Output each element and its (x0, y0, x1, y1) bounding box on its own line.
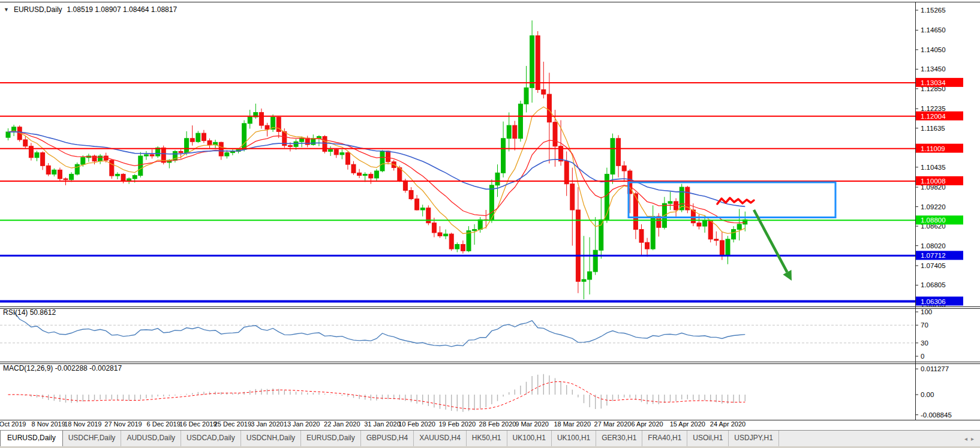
chart-tab-gbpusd-h4[interactable]: GBPUSD,H4 (361, 431, 414, 447)
candle-body (473, 230, 477, 231)
chart-header: ▼ EURUSD,Daily 1.08519 1.08907 1.08464 1… (4, 5, 177, 14)
candle-body (294, 142, 298, 146)
candle-body (461, 244, 465, 251)
chart-tab-fra40-h1[interactable]: FRA40,H1 (642, 431, 687, 447)
candle-body (547, 94, 551, 122)
date-label: 24 Apr 2020 (710, 420, 745, 428)
price-badge-label: 1.11009 (921, 145, 945, 152)
candle-body (582, 279, 586, 281)
chart-tab-hk50-h1[interactable]: HK50,H1 (467, 431, 507, 447)
chart-tab-uk100-h1[interactable]: UK100,H1 (507, 431, 552, 447)
chart-tab-xauusd-h4[interactable]: XAUUSD,H4 (414, 431, 467, 447)
candle-body (697, 223, 701, 226)
candle-body (415, 199, 419, 210)
candle-body (345, 153, 350, 165)
chart-tab-ger30-h1[interactable]: GER30,H1 (596, 431, 642, 447)
price-badge-label: 1.12004 (921, 113, 946, 120)
tab-scroll-left-icon[interactable]: ◂ (964, 435, 967, 442)
candle-body (611, 139, 615, 175)
macd-indicator-label: MACD(12,26,9) -0.002288 -0.002817 (3, 364, 122, 372)
collapse-triangle-icon[interactable]: ▼ (4, 7, 9, 13)
candle-body (478, 220, 482, 229)
candle-body (536, 36, 540, 90)
candle-body (29, 146, 33, 158)
price-tick-label: 1.14050 (921, 46, 946, 53)
candle-body (593, 250, 597, 272)
date-label: 8 Nov 2019 (32, 420, 65, 428)
date-label: 27 Mar 2020 (594, 420, 632, 428)
price-tick-label: 1.13450 (921, 65, 946, 73)
chart-tab-eurusd-daily[interactable]: EURUSD,Daily (301, 431, 361, 447)
candle-body (208, 141, 212, 145)
candle-body (455, 244, 459, 249)
candle-body (542, 90, 546, 95)
rsi-tick-label: 70 (921, 321, 928, 329)
chart-tab-uk100-h1[interactable]: UK100,H1 (552, 431, 596, 447)
candle-body (420, 208, 425, 210)
candle-body (553, 122, 557, 146)
candle-body (444, 234, 448, 236)
price-tick-label: 1.07405 (921, 262, 946, 269)
rsi-tick-label: 0 (921, 353, 924, 360)
price-badge-label: 1.06306 (921, 298, 946, 305)
chart-tab-usdchf-daily[interactable]: USDCHF,Daily (63, 431, 122, 447)
down-arrow-shaft[interactable] (754, 210, 787, 272)
price-tick-label: 1.11635 (921, 125, 945, 132)
price-tick-label: 1.10435 (921, 164, 946, 171)
date-axis: 30 Oct 20198 Nov 201918 Nov 201927 Nov 2… (0, 420, 980, 429)
candle-body (507, 125, 511, 139)
date-label: 18 Mar 2020 (554, 420, 591, 428)
candle-body (720, 240, 724, 255)
rsi-line (14, 312, 745, 347)
chart-tab-usdcnh-daily[interactable]: USDCNH,Daily (241, 431, 301, 447)
candle-body (6, 132, 10, 137)
price-badge-label: 1.08800 (921, 217, 946, 224)
candle-body (288, 146, 292, 147)
tab-scroll-right-icon[interactable]: ▸ (971, 435, 974, 442)
chart-tab-usoil-h1[interactable]: USOil,H1 (687, 431, 729, 447)
price-chart-canvas[interactable]: 1.152651.146501.140501.134501.128501.122… (0, 0, 980, 448)
candle-body (41, 153, 45, 166)
candle-body (570, 184, 575, 210)
candle-body (588, 272, 592, 279)
chart-tab-usdjpy-h1[interactable]: USDJPY,H1 (729, 431, 778, 447)
candle-body (524, 88, 528, 104)
candle-body (70, 174, 74, 179)
candle-body (52, 170, 56, 174)
candle-body (351, 164, 356, 173)
candle-body (645, 242, 650, 249)
candle-body (374, 171, 378, 178)
candle-body (340, 153, 344, 155)
candle-body (219, 142, 223, 156)
date-label: 27 Nov 2019 (104, 420, 142, 428)
candle-body (449, 234, 453, 249)
date-label: 30 Oct 2019 (0, 420, 26, 428)
candle-body (58, 170, 62, 179)
candle-body (64, 179, 68, 180)
macd-tick-label: 0.00 (921, 391, 934, 398)
candle-body (386, 151, 390, 162)
candle-body (150, 155, 154, 156)
price-tick-label: 1.09220 (921, 203, 946, 211)
price-tick-label: 1.06805 (921, 281, 946, 288)
date-label: 28 Feb 2020 (479, 420, 516, 428)
candle-body (501, 139, 506, 173)
candle-body (703, 221, 707, 226)
chart-tab-eurusd-daily[interactable]: EURUSD,Daily (0, 431, 63, 447)
chart-tab-audusd-daily[interactable]: AUDUSD,Daily (121, 431, 181, 447)
candle-body (46, 166, 50, 174)
rsi-indicator-label: RSI(14) 50.8612 (3, 308, 56, 317)
candle-body (110, 160, 114, 176)
rsi-tick-label: 30 (921, 339, 928, 347)
candle-body (185, 139, 189, 153)
candle-body (622, 166, 626, 171)
candle-body (248, 117, 252, 124)
candle-body (617, 139, 621, 166)
chart-tab-usdcad-daily[interactable]: USDCAD,Daily (181, 431, 241, 447)
price-tick-label: 1.12235 (921, 105, 946, 112)
date-label: 6 Apr 2020 (631, 420, 663, 428)
price-tick-label: 1.14650 (921, 26, 946, 34)
candle-body (708, 221, 713, 239)
candle-body (403, 181, 407, 190)
date-label: 31 Jan 2020 (364, 420, 401, 428)
